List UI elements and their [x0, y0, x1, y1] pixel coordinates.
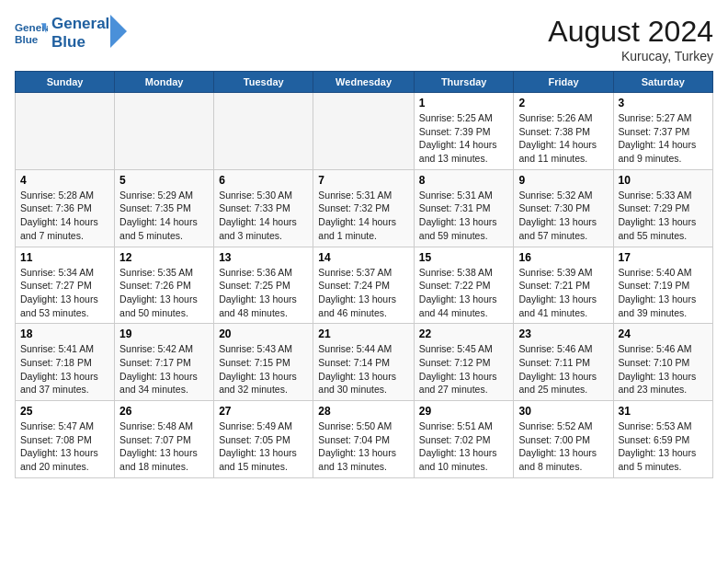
day-number: 28: [318, 405, 409, 418]
day-info: Sunrise: 5:36 AMSunset: 7:25 PMDaylight:…: [219, 266, 308, 320]
calendar-cell: [214, 93, 313, 170]
day-number: 18: [20, 327, 109, 340]
day-info: Sunrise: 5:49 AMSunset: 7:05 PMDaylight:…: [219, 419, 308, 474]
month-title: August 2024: [548, 15, 713, 49]
day-number: 30: [518, 405, 608, 418]
location: Kurucay, Turkey: [548, 49, 713, 63]
calendar-week-5: 25Sunrise: 5:47 AMSunset: 7:08 PMDayligh…: [16, 401, 713, 478]
logo-icon: General Blue: [15, 17, 48, 50]
day-info: Sunrise: 5:35 AMSunset: 7:26 PMDaylight:…: [119, 266, 209, 320]
day-info: Sunrise: 5:25 AMSunset: 7:39 PMDaylight:…: [419, 111, 509, 166]
day-info: Sunrise: 5:31 AMSunset: 7:32 PMDaylight:…: [318, 189, 409, 243]
day-number: 11: [20, 251, 109, 264]
calendar-cell: 29Sunrise: 5:51 AMSunset: 7:02 PMDayligh…: [414, 401, 514, 478]
day-info: Sunrise: 5:32 AMSunset: 7:30 PMDaylight:…: [518, 189, 608, 243]
weekday-header-sunday: Sunday: [16, 72, 115, 93]
day-info: Sunrise: 5:41 AMSunset: 7:18 PMDaylight:…: [20, 342, 109, 396]
calendar-cell: 23Sunrise: 5:46 AMSunset: 7:11 PMDayligh…: [514, 324, 613, 401]
day-info: Sunrise: 5:37 AMSunset: 7:24 PMDaylight:…: [318, 266, 409, 320]
calendar-cell: 2Sunrise: 5:26 AMSunset: 7:38 PMDaylight…: [514, 93, 613, 170]
day-number: 29: [419, 405, 509, 418]
svg-text:Blue: Blue: [15, 33, 39, 45]
day-info: Sunrise: 5:53 AMSunset: 6:59 PMDaylight:…: [619, 419, 708, 474]
day-number: 19: [119, 327, 209, 340]
day-info: Sunrise: 5:29 AMSunset: 7:35 PMDaylight:…: [119, 189, 209, 243]
calendar-cell: 18Sunrise: 5:41 AMSunset: 7:18 PMDayligh…: [16, 324, 115, 401]
day-number: 22: [419, 327, 509, 340]
calendar-cell: 25Sunrise: 5:47 AMSunset: 7:08 PMDayligh…: [16, 401, 115, 478]
calendar-cell: 4Sunrise: 5:28 AMSunset: 7:36 PMDaylight…: [16, 169, 115, 247]
calendar-cell: 21Sunrise: 5:44 AMSunset: 7:14 PMDayligh…: [313, 324, 415, 401]
logo-chevron-icon: [109, 15, 128, 48]
calendar-cell: 19Sunrise: 5:42 AMSunset: 7:17 PMDayligh…: [115, 324, 214, 401]
calendar-cell: 9Sunrise: 5:32 AMSunset: 7:30 PMDaylight…: [514, 169, 613, 247]
weekday-header-row: SundayMondayTuesdayWednesdayThursdayFrid…: [16, 72, 713, 93]
calendar-cell: 12Sunrise: 5:35 AMSunset: 7:26 PMDayligh…: [115, 247, 214, 324]
calendar-cell: 1Sunrise: 5:25 AMSunset: 7:39 PMDaylight…: [414, 93, 514, 170]
calendar-cell: 3Sunrise: 5:27 AMSunset: 7:37 PMDaylight…: [613, 93, 712, 170]
calendar-cell: 30Sunrise: 5:52 AMSunset: 7:00 PMDayligh…: [514, 401, 613, 478]
calendar-cell: 17Sunrise: 5:40 AMSunset: 7:19 PMDayligh…: [613, 247, 712, 324]
day-number: 7: [318, 174, 409, 187]
day-info: Sunrise: 5:39 AMSunset: 7:21 PMDaylight:…: [518, 266, 608, 320]
day-number: 16: [518, 251, 608, 264]
day-info: Sunrise: 5:40 AMSunset: 7:19 PMDaylight:…: [619, 266, 708, 320]
day-number: 10: [619, 174, 708, 187]
calendar-cell: 22Sunrise: 5:45 AMSunset: 7:12 PMDayligh…: [414, 324, 514, 401]
day-info: Sunrise: 5:26 AMSunset: 7:38 PMDaylight:…: [518, 111, 608, 166]
calendar-cell: 13Sunrise: 5:36 AMSunset: 7:25 PMDayligh…: [214, 247, 313, 324]
calendar-cell: 16Sunrise: 5:39 AMSunset: 7:21 PMDayligh…: [514, 247, 613, 324]
calendar-cell: 11Sunrise: 5:34 AMSunset: 7:27 PMDayligh…: [16, 247, 115, 324]
day-number: 6: [219, 174, 308, 187]
day-number: 15: [419, 251, 509, 264]
calendar-cell: 24Sunrise: 5:46 AMSunset: 7:10 PMDayligh…: [613, 324, 712, 401]
calendar-week-3: 11Sunrise: 5:34 AMSunset: 7:27 PMDayligh…: [16, 247, 713, 324]
calendar-cell: 7Sunrise: 5:31 AMSunset: 7:32 PMDaylight…: [313, 169, 415, 247]
day-number: 24: [619, 327, 708, 340]
day-number: 25: [20, 405, 109, 418]
day-number: 21: [318, 327, 409, 340]
calendar-cell: 15Sunrise: 5:38 AMSunset: 7:22 PMDayligh…: [414, 247, 514, 324]
day-number: 13: [219, 251, 308, 264]
day-info: Sunrise: 5:48 AMSunset: 7:07 PMDaylight:…: [119, 419, 209, 474]
page-header: General Blue General Blue August 2024 Ku…: [15, 15, 713, 63]
calendar-cell: 28Sunrise: 5:50 AMSunset: 7:04 PMDayligh…: [313, 401, 415, 478]
calendar-week-2: 4Sunrise: 5:28 AMSunset: 7:36 PMDaylight…: [16, 169, 713, 247]
day-number: 5: [119, 174, 209, 187]
calendar-cell: [115, 93, 214, 170]
logo-subtext: Blue: [51, 33, 109, 52]
weekday-header-friday: Friday: [514, 72, 613, 93]
calendar-cell: 5Sunrise: 5:29 AMSunset: 7:35 PMDaylight…: [115, 169, 214, 247]
day-number: 26: [119, 405, 209, 418]
svg-marker-3: [110, 15, 127, 48]
day-number: 27: [219, 405, 308, 418]
day-info: Sunrise: 5:43 AMSunset: 7:15 PMDaylight:…: [219, 342, 308, 396]
day-number: 4: [20, 174, 109, 187]
calendar-cell: 20Sunrise: 5:43 AMSunset: 7:15 PMDayligh…: [214, 324, 313, 401]
svg-text:General: General: [15, 22, 48, 34]
logo: General Blue General Blue: [15, 15, 128, 52]
day-info: Sunrise: 5:52 AMSunset: 7:00 PMDaylight:…: [518, 419, 608, 474]
day-number: 2: [518, 97, 608, 109]
day-info: Sunrise: 5:44 AMSunset: 7:14 PMDaylight:…: [318, 342, 409, 396]
day-info: Sunrise: 5:46 AMSunset: 7:11 PMDaylight:…: [518, 342, 608, 396]
calendar-cell: 26Sunrise: 5:48 AMSunset: 7:07 PMDayligh…: [115, 401, 214, 478]
month-info: August 2024 Kurucay, Turkey: [548, 15, 713, 63]
day-number: 20: [219, 327, 308, 340]
weekday-header-monday: Monday: [115, 72, 214, 93]
day-number: 31: [619, 405, 708, 418]
calendar-week-1: 1Sunrise: 5:25 AMSunset: 7:39 PMDaylight…: [16, 93, 713, 170]
calendar-cell: [313, 93, 415, 170]
calendar-cell: 31Sunrise: 5:53 AMSunset: 6:59 PMDayligh…: [613, 401, 712, 478]
weekday-header-thursday: Thursday: [414, 72, 514, 93]
calendar-cell: 27Sunrise: 5:49 AMSunset: 7:05 PMDayligh…: [214, 401, 313, 478]
day-number: 1: [419, 97, 509, 109]
day-info: Sunrise: 5:30 AMSunset: 7:33 PMDaylight:…: [219, 189, 308, 243]
day-info: Sunrise: 5:34 AMSunset: 7:27 PMDaylight:…: [20, 266, 109, 320]
weekday-header-saturday: Saturday: [613, 72, 712, 93]
day-info: Sunrise: 5:38 AMSunset: 7:22 PMDaylight:…: [419, 266, 509, 320]
day-info: Sunrise: 5:33 AMSunset: 7:29 PMDaylight:…: [619, 189, 708, 243]
day-info: Sunrise: 5:50 AMSunset: 7:04 PMDaylight:…: [318, 419, 409, 474]
calendar-week-4: 18Sunrise: 5:41 AMSunset: 7:18 PMDayligh…: [16, 324, 713, 401]
day-number: 12: [119, 251, 209, 264]
